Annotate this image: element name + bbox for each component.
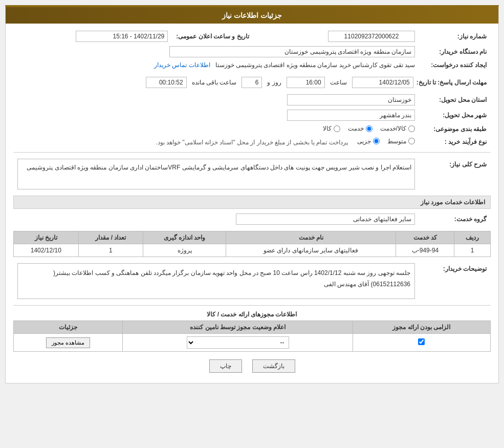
deadline-row: مهلت ارسال پاسخ: تا تاریخ: 1402/12/05 سا… — [13, 75, 491, 90]
row-code: 949-94-ب — [396, 244, 454, 257]
purchase-type-mutavasit-radio[interactable] — [408, 138, 415, 144]
purchase-type-mutavasit[interactable]: متوسط — [387, 138, 415, 145]
deadline-date-input: 1402/12/05 — [352, 77, 413, 88]
page-title: جزئیات اطلاعات نیاز — [222, 11, 282, 19]
permit-required-cell — [353, 334, 490, 352]
buyer-org-input: سازمان منطقه ویژه اقتصادی پتروشیمی خوزست… — [169, 46, 415, 57]
category-radio-group: کالا/خدمت خدمت کالا — [323, 125, 415, 132]
purchase-type-value: متوسط جزیی پرداخت تمام یا بخشی از مبلغ خ… — [13, 136, 419, 148]
grid-header-code: کد خدمت — [396, 231, 454, 244]
creator-link[interactable]: اطلاعات تماس خریدار — [154, 61, 210, 69]
buyer-org-label: نام دستگاه خریدار: — [419, 44, 491, 59]
print-button[interactable]: چاپ — [209, 359, 242, 373]
back-button[interactable]: بازگشت — [252, 359, 295, 373]
category-khidmat[interactable]: خدمت — [348, 125, 372, 132]
creator-label: ایجاد کننده درخواست: — [419, 59, 491, 71]
permit-status-cell: -- — [123, 334, 353, 352]
category-kala-khidmat-radio[interactable] — [408, 125, 415, 132]
row-qty: 1 — [78, 244, 143, 257]
city-label: شهر محل تحویل: — [419, 108, 491, 123]
service-group-label: گروه خدمت: — [419, 211, 491, 227]
buyer-org-value: سازمان منطقه ویژه اقتصادی پتروشیمی خوزست… — [13, 44, 419, 59]
grid-header-date: تاریخ نیاز — [14, 231, 79, 244]
permits-section-title: اطلاعات مجوزهای ارائه خدمت / کالا — [13, 311, 491, 318]
city-value: بندر ماهشهر — [13, 108, 419, 123]
buyer-notes-value: جلسه توجهی روز سه شنبه 1402/1/12 راس ساع… — [13, 261, 419, 301]
divider-1 — [13, 152, 491, 153]
purchase-type-radio-group: متوسط جزیی — [357, 138, 415, 145]
purchase-type-label: نوع فرآیند خرید : — [419, 136, 491, 148]
table-row: 1 949-94-ب فعالیتهای سایر سازمانهای دارا… — [14, 244, 491, 257]
city-input: بندر ماهشهر — [287, 110, 415, 121]
info-table-service-group: گروه خدمت: سایر فعالیتهای خدماتی — [13, 211, 491, 227]
tender-number-value: 1102092372000622 — [269, 29, 419, 44]
province-value: خوزستان — [13, 92, 419, 108]
grid-header-unit: واحد اندازه گیری — [143, 231, 226, 244]
card-header: جزئیات اطلاعات نیاز — [6, 7, 498, 24]
permit-status-select[interactable]: -- — [187, 336, 289, 349]
permit-header-required: الزامی بودن ارائه مجوز — [353, 321, 490, 334]
category-kala-radio[interactable] — [334, 125, 340, 132]
service-group-value: سایر فعالیتهای خدماتی — [13, 211, 419, 227]
row-number: 1 — [454, 244, 491, 257]
grid-header-row: ردیف — [454, 231, 491, 244]
main-card: جزئیات اطلاعات نیاز شماره نیاز: 11020923… — [5, 5, 499, 383]
card-body: شماره نیاز: 1102092372000622 تاریخ و ساع… — [6, 24, 498, 383]
announcement-date-label: تاریخ و ساعت اعلان عمومی: — [172, 29, 253, 44]
deadline-time-label: ساعت — [330, 79, 347, 86]
permit-view-button[interactable]: مشاهده مجوز — [46, 337, 90, 348]
permit-header-status: اعلام وضعیت مجوز توسط نامین کننده — [123, 321, 353, 334]
buyer-notes-label: توضیحات خریدار: — [419, 261, 491, 301]
category-kala[interactable]: کالا — [323, 125, 340, 132]
purchase-type-note: پرداخت تمام یا بخشی از مبلغ خریدار از مح… — [156, 139, 347, 146]
bottom-buttons: بازگشت چاپ — [13, 359, 491, 373]
purchase-type-juzii-radio[interactable] — [373, 138, 380, 144]
category-kala-khidmat[interactable]: کالا/خدمت — [380, 125, 415, 132]
creator-value: سید تقی تقوی کارشناس خرید سازمان منطقه و… — [13, 59, 419, 71]
grid-header-name: نام خدمت — [226, 231, 396, 244]
permit-required-checkbox[interactable] — [418, 338, 425, 345]
row-date: 1402/12/10 — [14, 244, 79, 257]
category-khidmat-radio[interactable] — [366, 125, 372, 132]
deadline-remaining-label: ساعت باقی مانده — [192, 79, 237, 86]
permit-details-cell: مشاهده مجوز — [14, 334, 123, 352]
row-name: فعالیتهای سایر سازمانهای دارای عضو — [226, 244, 396, 257]
deadline-days-label: روز و — [267, 79, 281, 86]
deadline-time-input: 16:00 — [287, 77, 325, 88]
category-options: کالا/خدمت خدمت کالا — [13, 123, 419, 136]
page-container: جزئیات اطلاعات نیاز شماره نیاز: 11020923… — [0, 0, 504, 448]
province-label: استان محل تحویل: — [419, 92, 491, 108]
info-table-notes: توضیحات خریدار: جلسه توجهی روز سه شنبه 1… — [13, 261, 491, 301]
info-table-top: شماره نیاز: 1102092372000622 تاریخ و ساع… — [13, 29, 491, 71]
tender-number-box: 1102092372000622 — [328, 31, 415, 42]
creator-text: سید تقی تقوی کارشناس خرید سازمان منطقه و… — [215, 61, 415, 69]
category-label: طبقه بندی موضوعی: — [419, 123, 491, 136]
description-label: شرح کلی نیاز: — [419, 157, 491, 191]
tender-number-label: شماره نیاز: — [419, 29, 491, 44]
deadline-label: مهلت ارسال پاسخ: تا تاریخ: — [417, 79, 487, 86]
announcement-date-value: 1402/11/29 - 15:16 — [13, 29, 172, 44]
services-section-title: اطلاعات خدمات مورد نیاز — [13, 196, 491, 209]
description-box: استعلام اجرا و نصب شیر سرویس جهت پونیت ه… — [17, 159, 415, 189]
service-group-input: سایر فعالیتهای خدماتی — [236, 214, 415, 225]
announcement-date-input: 1402/11/29 - 15:16 — [76, 31, 168, 42]
buyer-notes-box: جلسه توجهی روز سه شنبه 1402/1/12 راس ساع… — [17, 263, 415, 299]
province-input: خوزستان — [287, 94, 415, 105]
deadline-remaining-input: 00:10:52 — [146, 77, 187, 88]
grid-header-qty: تعداد / مقدار — [78, 231, 143, 244]
permit-row: -- مشاهده مجوز — [14, 334, 491, 352]
permit-table: الزامی بودن ارائه مجوز اعلام وضعیت مجوز … — [13, 321, 491, 352]
deadline-days-input: 6 — [242, 77, 262, 88]
description-value: استعلام اجرا و نصب شیر سرویس جهت پونیت ه… — [13, 157, 419, 191]
info-table-location: استان محل تحویل: خوزستان شهر محل تحویل: … — [13, 92, 491, 148]
row-unit: پروژه — [143, 244, 226, 257]
divider-2 — [13, 305, 491, 306]
permit-header-details: جزئیات — [14, 321, 123, 334]
info-table-description: شرح کلی نیاز: استعلام اجرا و نصب شیر سرو… — [13, 157, 491, 191]
services-grid: ردیف کد خدمت نام خدمت واحد اندازه گیری ت… — [13, 231, 491, 257]
purchase-type-juzii[interactable]: جزیی — [357, 138, 380, 145]
